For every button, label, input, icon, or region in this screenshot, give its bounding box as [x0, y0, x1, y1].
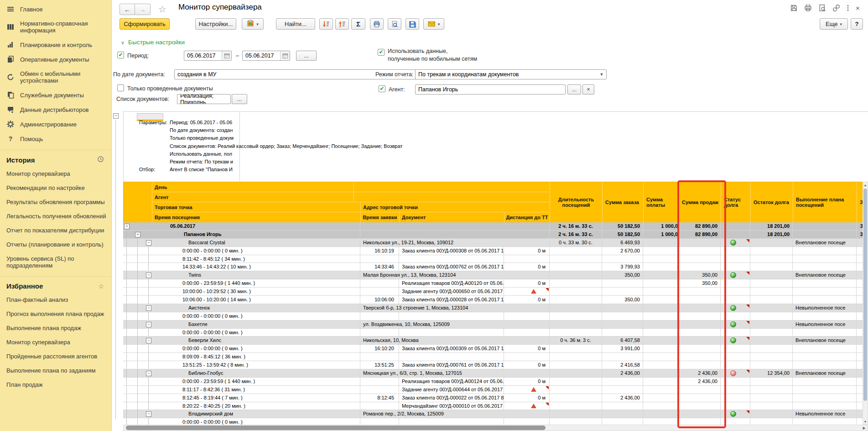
- vertical-scrollbar[interactable]: ▲ ▼: [863, 182, 868, 425]
- table-row[interactable]: 0:00:00 - 23:59:59 ( 1 440 мин. )Реализа…: [123, 279, 868, 288]
- sidebar-item-8[interactable]: Администрирование: [0, 117, 111, 131]
- vscroll-down-arrow[interactable]: ▼: [863, 419, 868, 424]
- table-row[interactable]: Библио-Глобус−Мясницкая ул., 6/3, стр. 1…: [123, 369, 868, 378]
- table-row[interactable]: 8:12:45 - 8:19:44 ( 7 мин. )8:12:45Заказ…: [123, 394, 868, 402]
- link-icon[interactable]: [832, 4, 840, 12]
- report-variants-button[interactable]: ▾: [242, 18, 264, 30]
- history-item[interactable]: Легальность получения обновлений: [0, 209, 111, 223]
- table-row[interactable]: 8:11:42 - 8:45:12 ( 34 мин. )0: [123, 255, 868, 263]
- sidebar-item-2[interactable]: Нормативно-справочная информация: [0, 16, 111, 37]
- horizontal-scrollbar[interactable]: ▶: [123, 425, 868, 431]
- collapse-box[interactable]: −: [124, 224, 130, 229]
- favorites-item[interactable]: План продаж: [0, 378, 111, 392]
- table-row[interactable]: Беверли Хилс−Никольская, 10, Москва0 ч. …: [123, 336, 868, 345]
- generate-button[interactable]: Сформировать: [120, 18, 170, 30]
- sidebar-item-5[interactable]: Обмен с мобильными устройствами: [0, 67, 111, 88]
- table-row[interactable]: 13:51:25 - 13:59:42 ( 8 мин. )13:51:25За…: [123, 361, 868, 369]
- collapse-box[interactable]: −: [146, 411, 151, 417]
- agent-clear-button[interactable]: ×: [582, 84, 594, 95]
- collapse-groups-button[interactable]: [335, 18, 349, 30]
- hscroll-right-arrow[interactable]: ▶: [861, 425, 867, 431]
- history-item[interactable]: Рекомендации по настройке: [0, 181, 111, 195]
- table-row[interactable]: Владимирский дом−Романов пер., 2/2, Моск…: [123, 410, 868, 418]
- preview-button[interactable]: [388, 18, 401, 30]
- help-button[interactable]: ?: [851, 18, 863, 30]
- agent-input[interactable]: Папанов Игорь: [415, 84, 566, 95]
- back-button[interactable]: ←: [120, 4, 135, 15]
- quick-settings-toggle[interactable]: ∨Быстрые настройки: [121, 39, 185, 46]
- outline-collapse-box[interactable]: −: [113, 113, 119, 119]
- table-row[interactable]: 10:00:00 - 10:29:52 ( 30 мин. )Задание а…: [123, 288, 868, 296]
- favorite-toggle-star-icon[interactable]: ☆: [158, 4, 166, 15]
- history-item[interactable]: Отчет по показателям дистрибуции: [0, 223, 111, 237]
- table-row[interactable]: 0:00:00 - 0:00:00 ( 0 мин. )0: [123, 312, 868, 321]
- forward-button[interactable]: →: [135, 4, 151, 15]
- collapse-box[interactable]: −: [146, 305, 151, 311]
- find-button[interactable]: Найти...: [276, 18, 315, 30]
- chevron-down-icon[interactable]: ▼: [597, 70, 606, 79]
- history-item[interactable]: Результаты обновления программы: [0, 195, 111, 209]
- table-row[interactable]: 8:20:22 - 8:40:25 ( 20 мин. )Мерчандайзи…: [123, 402, 868, 410]
- posted-only-checkbox[interactable]: ✔: [117, 84, 124, 91]
- table-row[interactable]: 8:11:17 - 8:42:36 ( 31 мин. )Задание аге…: [123, 386, 868, 394]
- sidebar-item-3[interactable]: Планирование и контроль: [0, 37, 111, 52]
- table-row[interactable]: 0:00:00 - 0:00:00 ( 0 мин. )0: [123, 418, 868, 425]
- sum-sigma-button[interactable]: Σ: [351, 18, 365, 30]
- hscroll-thumb[interactable]: [126, 426, 546, 430]
- vscroll-up-arrow[interactable]: ▲: [863, 182, 868, 188]
- table-row[interactable]: 05.06.2017−2 ч. 16 м. 33 с.50 182,501 00…: [123, 222, 868, 231]
- agent-checkbox[interactable]: ✔: [379, 85, 385, 92]
- print-button[interactable]: [370, 18, 384, 30]
- report-mode-select[interactable]: По трекам и координатам документов ▼: [415, 69, 607, 79]
- print-preview-icon[interactable]: [818, 4, 826, 12]
- close-icon[interactable]: ×: [856, 4, 860, 12]
- table-row[interactable]: Папанов Игорь−2 ч. 16 м. 33 с.50 182,501…: [123, 231, 868, 239]
- more-button[interactable]: Еще▾: [820, 18, 848, 30]
- table-row[interactable]: 14:33:46 - 14:43:22 ( 10 мин. )14:33:46З…: [123, 263, 868, 271]
- save-report-button[interactable]: [405, 18, 419, 30]
- agent-choose-button[interactable]: ...: [567, 84, 581, 95]
- collapse-box[interactable]: −: [146, 240, 151, 246]
- period-to-input[interactable]: 05.06.2017: [242, 51, 290, 61]
- sidebar-item-4[interactable]: Оперативные документы: [0, 52, 111, 67]
- favorites-item[interactable]: Прогноз выполнения плана продаж: [0, 307, 111, 321]
- favorites-item[interactable]: Монитор супервайзера: [0, 335, 111, 349]
- table-row[interactable]: Twins−Малая Бронная ул., 13, Москва, 123…: [123, 271, 868, 279]
- vscroll-thumb[interactable]: [863, 189, 867, 401]
- table-row[interactable]: 0:00:00 - 23:59:59 ( 1 440 мин. )Реализа…: [123, 378, 868, 386]
- table-row[interactable]: 0:00:00 - 0:00:00 ( 0 мин. )16:10:20Зака…: [123, 345, 868, 353]
- sidebar-item-6[interactable]: Служебные документы: [0, 88, 111, 102]
- collapse-box[interactable]: −: [146, 338, 151, 343]
- calendar-icon[interactable]: [280, 51, 290, 60]
- history-item[interactable]: Отчеты (планирование и контроль): [0, 237, 111, 252]
- table-row[interactable]: 8:09:09 - 8:45:12 ( 36 мин. )0: [123, 353, 868, 361]
- history-item[interactable]: Уровень сервиса (SL) по подразделениям: [0, 252, 111, 273]
- save-icon[interactable]: [790, 4, 798, 12]
- calendar-icon[interactable]: [222, 51, 231, 60]
- table-row[interactable]: Аистенок−Тверской б-р, 13 строение 1, Мо…: [123, 304, 868, 312]
- period-variants-button[interactable]: ...: [296, 51, 317, 61]
- expand-groups-button[interactable]: [319, 18, 333, 30]
- send-mail-button[interactable]: ▾: [423, 18, 444, 30]
- period-from-input[interactable]: 05.06.2017: [184, 51, 232, 61]
- period-checkbox[interactable]: ✔: [117, 52, 124, 58]
- favorites-item[interactable]: Выполнение плана продаж: [0, 321, 111, 335]
- collapse-box[interactable]: −: [135, 232, 140, 237]
- collapse-box[interactable]: −: [146, 273, 151, 278]
- settings-button[interactable]: Настройки...: [195, 18, 236, 30]
- collapse-box[interactable]: −: [146, 371, 151, 376]
- table-row[interactable]: Baccarat Crystal−Никольская ул., 19-21, …: [123, 239, 868, 247]
- sidebar-item-7[interactable]: Данные дистрибьюторов: [0, 102, 111, 117]
- collapse-box[interactable]: −: [146, 322, 151, 327]
- favorites-item[interactable]: Пройденные расстояния агентов: [0, 349, 111, 363]
- table-row[interactable]: 0:00:00 - 0:00:00 ( 0 мин. )0: [123, 329, 868, 337]
- table-row[interactable]: 0:00:00 - 0:00:00 ( 0 мин. )16:10:19Зака…: [123, 247, 868, 255]
- favorites-item[interactable]: Выполнение плана по заданиям: [0, 363, 111, 378]
- print-icon[interactable]: [804, 4, 812, 12]
- more-vertical-icon[interactable]: [847, 4, 849, 12]
- sidebar-item-1[interactable]: Главное: [0, 2, 111, 16]
- favorites-item[interactable]: План-фактный анализ: [0, 293, 111, 307]
- table-row[interactable]: Бахетле−ул. Воздвиженка, 10, Москва, 125…: [123, 321, 868, 329]
- mobile-data-checkbox[interactable]: ✔: [378, 49, 385, 56]
- sidebar-item-9[interactable]: ?Помощь: [0, 131, 111, 146]
